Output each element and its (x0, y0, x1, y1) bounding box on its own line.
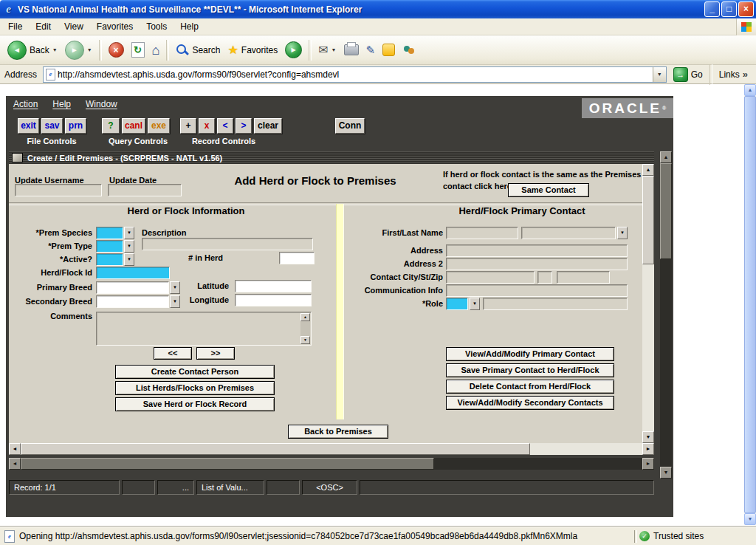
window-title: VS National Animal Health and Surveillan… (18, 4, 703, 15)
media-button[interactable]: ▶ (281, 38, 306, 62)
menu-tools[interactable]: Tools (140, 19, 173, 34)
active-field[interactable] (96, 253, 123, 266)
forward-button[interactable]: ► ▼ (61, 38, 96, 62)
latitude-field[interactable] (235, 280, 312, 292)
form-scroll-down[interactable]: ▼ (642, 431, 654, 443)
form-vscroll-thumb[interactable] (642, 176, 654, 264)
oracle-menu-action[interactable]: Action (13, 99, 38, 109)
form-vertical-scrollbar[interactable]: ▲ ▼ (642, 164, 654, 443)
print-record-button[interactable]: prn (65, 118, 86, 134)
herd-flock-id-field[interactable] (96, 267, 170, 279)
applet-hscroll-thumb[interactable] (21, 458, 434, 470)
menu-edit[interactable]: Edit (29, 19, 58, 34)
clear-record-button[interactable]: clear (254, 118, 282, 134)
menu-view[interactable]: View (58, 19, 90, 34)
minimize-button[interactable]: _ (704, 1, 720, 17)
ie-toolbar: ◄ Back ▼ ► ▼ × ↻ ⌂ Search ★ Favorites ▶ (0, 35, 756, 65)
menu-favorites[interactable]: Favorites (90, 19, 140, 34)
prem-species-field[interactable] (96, 227, 123, 239)
in-herd-field[interactable] (279, 252, 315, 264)
media-icon: ▶ (285, 41, 302, 58)
forward-dropdown-icon[interactable]: ▼ (87, 47, 92, 52)
in-herd-label: # in Herd (188, 252, 223, 264)
previous-record-button[interactable]: < (217, 118, 233, 134)
discuss-button[interactable] (399, 38, 419, 62)
comments-scroll-up[interactable]: ▲ (300, 313, 310, 321)
save-herd-record-button[interactable]: Save Herd or Flock Record (115, 397, 275, 411)
home-button[interactable]: ⌂ (148, 38, 164, 62)
delete-record-button[interactable]: x (199, 118, 215, 134)
form-scroll-left[interactable]: ◄ (9, 443, 21, 455)
conn-button[interactable]: Conn (335, 118, 365, 134)
list-herds-flocks-button[interactable]: List Herds/Flocks on Premises (115, 381, 275, 395)
address-dropdown[interactable]: ▼ (653, 67, 666, 82)
go-button[interactable]: → Go (670, 63, 707, 86)
messenger-button[interactable] (379, 38, 399, 62)
contact-name-dropdown[interactable]: ▼ (617, 227, 628, 239)
search-button[interactable]: Search (172, 38, 224, 62)
same-contact-button[interactable]: Same Contact (508, 183, 589, 197)
next-record-button[interactable]: > (236, 118, 252, 134)
applet-vertical-scrollbar[interactable]: ▲ ▼ (660, 151, 672, 479)
form-hscroll-thumb[interactable] (21, 443, 530, 455)
role-dropdown[interactable]: ▼ (470, 298, 480, 310)
links-button[interactable]: Links » (715, 63, 752, 86)
view-secondary-contacts-button[interactable]: View/Add/Modify Secondary Contacts (446, 396, 614, 410)
browser-scroll-up[interactable]: ▲ (744, 84, 756, 96)
form-window-titlebar[interactable]: Create / Edit Premises - (SCRPREMS - NAT… (9, 151, 654, 164)
comments-scroll-down[interactable]: ▼ (300, 336, 310, 344)
active-dropdown[interactable]: ▼ (124, 253, 134, 266)
save-button[interactable]: sav (41, 118, 63, 134)
add-record-button[interactable]: + (180, 118, 196, 134)
contact-address-field (446, 244, 628, 257)
comments-scrollbar[interactable]: ▲ ▼ (300, 313, 310, 344)
view-primary-contact-button[interactable]: View/Add/Modify Primary Contact (446, 347, 614, 361)
browser-scrollbar[interactable]: ▲ ▼ (744, 84, 756, 525)
prem-type-dropdown[interactable]: ▼ (124, 240, 134, 253)
print-button[interactable] (340, 38, 362, 62)
exit-button[interactable]: exit (18, 118, 39, 134)
comments-field[interactable]: ▲ ▼ (96, 312, 312, 346)
close-button[interactable]: × (738, 1, 754, 17)
previous-herd-button[interactable]: << (154, 347, 192, 360)
save-primary-contact-button[interactable]: Save Primary Contact to Herd/Flock (446, 363, 614, 377)
favorites-button[interactable]: ★ Favorites (224, 38, 281, 62)
form-scroll-up[interactable]: ▲ (642, 164, 654, 176)
back-button[interactable]: ◄ Back ▼ (4, 38, 61, 62)
edit-button[interactable]: ✎ (362, 38, 379, 62)
applet-scroll-up[interactable]: ▲ (660, 151, 672, 163)
stop-button[interactable]: × (105, 38, 128, 62)
cancel-query-button[interactable]: canl (122, 118, 145, 134)
role-field[interactable] (446, 298, 468, 310)
prem-species-dropdown[interactable]: ▼ (124, 227, 134, 239)
browser-scroll-thumb[interactable] (744, 96, 756, 513)
title-bar: e VS National Animal Health and Surveill… (0, 0, 756, 18)
menu-help[interactable]: Help (173, 19, 205, 34)
form-horizontal-scrollbar[interactable]: ◄ ► (9, 443, 654, 455)
menu-file[interactable]: File (1, 19, 29, 34)
applet-horizontal-scrollbar[interactable]: ◄ ► (9, 458, 654, 470)
oracle-menu-help[interactable]: Help (52, 99, 71, 109)
back-to-premises-button[interactable]: Back to Premises (288, 425, 388, 439)
delete-contact-button[interactable]: Delete Contact from Herd/Flock (446, 380, 614, 394)
applet-scroll-right[interactable]: ► (642, 458, 654, 470)
browser-scroll-down[interactable]: ▼ (744, 513, 756, 525)
page-icon: e (46, 69, 55, 80)
create-contact-person-button[interactable]: Create Contact Person (115, 365, 275, 379)
address-input[interactable] (58, 68, 653, 81)
back-dropdown-icon[interactable]: ▼ (52, 47, 58, 52)
maximize-button[interactable]: □ (721, 1, 737, 17)
mail-button[interactable]: ✉ ▼ (315, 38, 340, 62)
applet-vscroll-thumb[interactable] (660, 163, 672, 259)
oracle-menu-window[interactable]: Window (86, 99, 117, 109)
refresh-button[interactable]: ↻ (128, 38, 148, 62)
longitude-field[interactable] (235, 294, 312, 306)
applet-scroll-left[interactable]: ◄ (9, 458, 21, 470)
applet-scroll-down[interactable]: ▼ (660, 467, 672, 479)
execute-query-button[interactable]: exe (148, 118, 170, 134)
query-help-button[interactable]: ? (102, 118, 120, 134)
prem-type-field[interactable] (96, 240, 123, 253)
next-herd-button[interactable]: >> (196, 347, 235, 360)
mail-dropdown-icon[interactable]: ▼ (331, 47, 337, 52)
form-scroll-right[interactable]: ► (642, 443, 654, 455)
